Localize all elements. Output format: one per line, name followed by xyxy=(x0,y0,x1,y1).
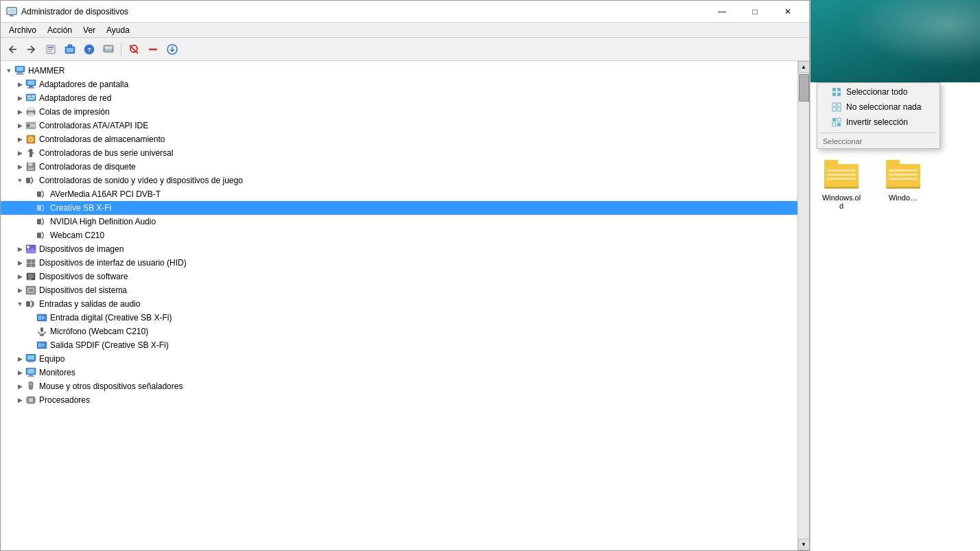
tree-content[interactable]: ▼ HAMMER ▶ Adapta xyxy=(1,61,797,550)
tree-item-display[interactable]: ▶ Adaptadores de pantalla xyxy=(1,78,797,91)
tree-item-ide[interactable]: ▶ Controladoras ATA/ATAPI IDE xyxy=(1,119,797,132)
label: AVerMedia A16AR PCI DVB-T xyxy=(50,189,161,199)
remove-button[interactable] xyxy=(144,40,162,58)
tree-root[interactable]: ▼ HAMMER xyxy=(1,64,797,78)
menu-ayuda[interactable]: Ayuda xyxy=(101,24,135,36)
folder-windo[interactable]: Windo… xyxy=(879,154,927,213)
scroll-down-button[interactable]: ▼ xyxy=(798,539,810,550)
tree-item-webcam[interactable]: ▶ Webcam C210 xyxy=(1,228,797,242)
folder-lines xyxy=(827,169,856,186)
title-bar: Administrador de dispositivos — □ ✕ xyxy=(1,1,809,23)
back-button[interactable] xyxy=(3,40,21,58)
tree-item-floppy[interactable]: ▶ Controladoras de disquete xyxy=(1,160,797,174)
svg-rect-54 xyxy=(37,233,41,238)
properties-button[interactable] xyxy=(42,40,60,58)
tree-item-salida-spdif[interactable]: ▶ Salida SPDIF (Creative SB X-Fi) xyxy=(1,338,797,352)
svg-rect-82 xyxy=(27,376,34,377)
folder-line xyxy=(827,174,856,176)
show-hidden-button[interactable] xyxy=(100,40,117,58)
label: Entrada digital (Creative SB X-Fi) xyxy=(50,313,172,323)
svg-rect-49 xyxy=(28,167,34,170)
tree-item-entrada-digital[interactable]: ▶ Entrada digital (Creative SB X-Fi) xyxy=(1,311,797,325)
toggle[interactable]: ▶ xyxy=(14,381,25,392)
tree-item-sound[interactable]: ▼ Controladoras de sonido y vídeo y disp… xyxy=(1,174,797,187)
tree-item-creative[interactable]: ▶ Creative SB X-Fi xyxy=(1,201,797,215)
label: Dispositivos de software xyxy=(39,272,128,281)
toggle[interactable]: ▶ xyxy=(14,257,25,268)
menu-ver[interactable]: Ver xyxy=(78,24,101,36)
menu-archivo[interactable]: Archivo xyxy=(3,24,42,36)
svg-rect-2 xyxy=(10,15,14,16)
context-select-all[interactable]: Seleccionar todo xyxy=(817,84,940,99)
tree-item-storage[interactable]: ▶ Controladoras de almacenamiento xyxy=(1,132,797,146)
tree-item-network[interactable]: ▶ Adaptadores de red xyxy=(1,91,797,105)
download-button[interactable] xyxy=(163,40,181,58)
scroll-up-button[interactable]: ▲ xyxy=(798,61,810,73)
svg-point-42 xyxy=(30,139,32,141)
folder-line xyxy=(889,169,918,172)
close-button[interactable]: ✕ xyxy=(772,1,804,22)
toggle[interactable]: ▶ xyxy=(14,367,25,378)
toggle[interactable]: ▶ xyxy=(14,285,25,296)
toggle[interactable]: ▶ xyxy=(14,120,25,131)
tree-item-microfono[interactable]: ▶ Micrófono (Webcam C210) xyxy=(1,325,797,338)
maximize-button[interactable]: □ xyxy=(739,1,771,22)
scroll-track[interactable] xyxy=(798,73,809,539)
svg-rect-102 xyxy=(832,118,836,121)
toggle[interactable]: ▶ xyxy=(14,161,25,172)
scroll-thumb[interactable] xyxy=(799,74,809,102)
system-icon xyxy=(25,285,36,296)
svg-rect-67 xyxy=(29,289,33,292)
label: Dispositivos de imagen xyxy=(39,244,124,254)
update-driver-button[interactable] xyxy=(61,40,79,58)
audio-in-icon xyxy=(36,312,47,323)
ide-icon xyxy=(25,120,36,131)
label: Colas de impresión xyxy=(39,107,110,117)
svg-rect-75 xyxy=(38,343,41,347)
toggle[interactable]: ▶ xyxy=(14,395,25,406)
tree-item-usb[interactable]: ▶ Controladoras de bus serie universal xyxy=(1,146,797,160)
context-invert[interactable]: Invertir selección xyxy=(817,115,940,130)
help-button[interactable]: ? xyxy=(80,40,98,58)
tree-scrollbar[interactable]: ▲ ▼ xyxy=(797,61,809,550)
tree-item-monitores[interactable]: ▶ Monitores xyxy=(1,366,797,379)
context-deselect[interactable]: No seleccionar nada xyxy=(817,99,940,115)
minimize-button[interactable]: — xyxy=(706,1,738,22)
tree-item-system[interactable]: ▶ Dispositivos del sistema xyxy=(1,283,797,297)
tree-item-avermedia[interactable]: ▶ AVerMedia A16AR PCI DVB-T xyxy=(1,187,797,201)
toggle[interactable]: ▶ xyxy=(14,106,25,117)
toggle[interactable]: ▶ xyxy=(14,134,25,145)
toggle[interactable]: ▶ xyxy=(14,148,25,159)
forward-button[interactable] xyxy=(23,40,40,58)
menu-accion[interactable]: Acción xyxy=(42,24,78,36)
toggle[interactable]: ▶ xyxy=(14,79,25,90)
tree-item-mouse[interactable]: ▶ Mouse y otros dispositivos señaladores xyxy=(1,379,797,393)
deselect-icon xyxy=(831,102,842,113)
toggle[interactable]: ▶ xyxy=(14,353,25,364)
toggle[interactable]: ▶ xyxy=(14,271,25,282)
svg-point-45 xyxy=(32,152,34,154)
tree-item-nvidia[interactable]: ▶ NVIDIA High Definition Audio xyxy=(1,215,797,228)
tree-item-image[interactable]: ▶ Dispositivos de imagen xyxy=(1,242,797,256)
svg-rect-27 xyxy=(27,87,34,89)
tree-item-hid[interactable]: ▶ Dispositivos de interfaz de usuario (H… xyxy=(1,256,797,270)
folder-body xyxy=(886,164,920,189)
scan-button[interactable] xyxy=(125,40,143,58)
svg-rect-97 xyxy=(837,93,841,96)
svg-rect-26 xyxy=(29,86,33,87)
folder-label: Windo… xyxy=(889,194,918,202)
svg-rect-31 xyxy=(27,98,34,99)
root-toggle[interactable]: ▼ xyxy=(3,65,14,76)
folder-windows-old[interactable]: Windows.old xyxy=(817,154,865,213)
toggle[interactable]: ▶ xyxy=(14,244,25,255)
tree-item-procesadores[interactable]: ▶ Procesadores xyxy=(1,393,797,407)
toggle[interactable]: ▶ xyxy=(14,93,25,104)
toggle[interactable]: ▼ xyxy=(14,298,25,309)
svg-rect-30 xyxy=(32,95,35,97)
image-icon xyxy=(25,244,36,255)
tree-item-audio[interactable]: ▼ Entradas y salidas de audio xyxy=(1,297,797,311)
tree-item-equipo[interactable]: ▶ Equipo xyxy=(1,352,797,366)
toggle[interactable]: ▼ xyxy=(14,175,25,186)
tree-item-software[interactable]: ▶ Dispositivos de software xyxy=(1,270,797,283)
tree-item-print[interactable]: ▶ Colas de impresión xyxy=(1,105,797,119)
